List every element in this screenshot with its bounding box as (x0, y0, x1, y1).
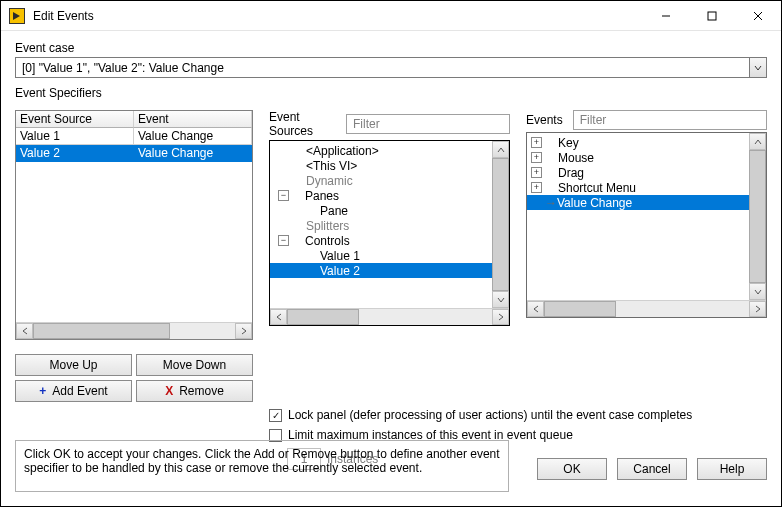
events-tree[interactable]: +Key +Mouse +Drag +Shortcut Menu →Value … (526, 132, 767, 318)
sources-filter-input[interactable] (346, 114, 510, 134)
arrow-icon: → (545, 196, 555, 210)
window-title: Edit Events (33, 9, 643, 23)
tree-item-drag[interactable]: +Drag (527, 165, 766, 180)
tree-item-dynamic[interactable]: Dynamic (270, 173, 509, 188)
tree-item-shortcut-menu[interactable]: +Shortcut Menu (527, 180, 766, 195)
event-specifiers-table[interactable]: Event Source Event Value 1 Value Change … (15, 110, 253, 340)
remove-button[interactable]: XRemove (136, 380, 253, 402)
scroll-left-icon[interactable] (527, 301, 544, 317)
event-case-dropdown-button[interactable] (749, 58, 766, 77)
scroll-down-icon[interactable] (492, 291, 509, 308)
scroll-up-icon[interactable] (749, 133, 766, 150)
scroll-right-icon[interactable] (749, 301, 766, 317)
expand-icon[interactable]: + (531, 182, 542, 193)
table-row[interactable]: Value 1 Value Change (16, 128, 252, 145)
tree-item-application[interactable]: <Application> (270, 143, 509, 158)
close-button[interactable] (735, 1, 781, 30)
event-sources-label: Event Sources (269, 110, 336, 138)
event-case-label: Event case (15, 41, 767, 55)
tree-item-key[interactable]: +Key (527, 135, 766, 150)
hscrollbar[interactable] (16, 322, 252, 339)
tree-item-controls[interactable]: −Controls (270, 233, 509, 248)
scroll-track[interactable] (33, 323, 235, 339)
hscrollbar[interactable] (270, 308, 509, 325)
expand-icon[interactable]: + (531, 137, 542, 148)
expand-icon[interactable]: + (531, 167, 542, 178)
tree-item-value1[interactable]: Value 1 (270, 248, 509, 263)
add-event-button[interactable]: +Add Event (15, 380, 132, 402)
sources-tree[interactable]: <Application> <This VI> Dynamic −Panes P… (269, 140, 510, 326)
scroll-right-icon[interactable] (492, 309, 509, 325)
vscrollbar[interactable] (492, 141, 509, 308)
help-text: Click OK to accept your changes. Click t… (15, 440, 509, 492)
scroll-up-icon[interactable] (492, 141, 509, 158)
header-source: Event Source (16, 111, 134, 128)
move-up-button[interactable]: Move Up (15, 354, 132, 376)
event-case-value: [0] "Value 1", "Value 2": Value Change (16, 58, 749, 77)
app-icon (9, 8, 25, 24)
lock-panel-checkbox[interactable]: ✓ (269, 409, 282, 422)
cancel-button[interactable]: Cancel (617, 458, 687, 480)
ok-button[interactable]: OK (537, 458, 607, 480)
titlebar: Edit Events (1, 1, 781, 31)
collapse-icon[interactable]: − (278, 235, 289, 246)
help-button[interactable]: Help (697, 458, 767, 480)
scroll-left-icon[interactable] (16, 323, 33, 339)
table-header: Event Source Event (16, 111, 252, 128)
minimize-button[interactable] (643, 1, 689, 30)
events-filter-input[interactable] (573, 110, 767, 130)
svg-rect-1 (708, 12, 716, 20)
expand-icon[interactable]: + (531, 152, 542, 163)
scroll-down-icon[interactable] (749, 283, 766, 300)
lock-panel-label: Lock panel (defer processing of user act… (288, 408, 692, 422)
window-controls (643, 1, 781, 30)
event-specifiers-label: Event Specifiers (15, 86, 767, 100)
tree-item-value2[interactable]: Value 2 (270, 263, 509, 278)
event-case-combo[interactable]: [0] "Value 1", "Value 2": Value Change (15, 57, 767, 78)
vscrollbar[interactable] (749, 133, 766, 300)
tree-item-pane[interactable]: Pane (270, 203, 509, 218)
tree-item-this-vi[interactable]: <This VI> (270, 158, 509, 173)
tree-item-value-change[interactable]: →Value Change (527, 195, 766, 210)
tree-item-splitters[interactable]: Splitters (270, 218, 509, 233)
table-body: Value 1 Value Change Value 2 Value Chang… (16, 128, 252, 322)
collapse-icon[interactable]: − (278, 190, 289, 201)
scroll-left-icon[interactable] (270, 309, 287, 325)
tree-item-panes[interactable]: −Panes (270, 188, 509, 203)
tree-item-mouse[interactable]: +Mouse (527, 150, 766, 165)
header-event: Event (134, 111, 252, 128)
maximize-button[interactable] (689, 1, 735, 30)
move-down-button[interactable]: Move Down (136, 354, 253, 376)
table-row[interactable]: Value 2 Value Change (16, 145, 252, 162)
hscrollbar[interactable] (527, 300, 766, 317)
events-label: Events (526, 113, 563, 127)
scroll-right-icon[interactable] (235, 323, 252, 339)
